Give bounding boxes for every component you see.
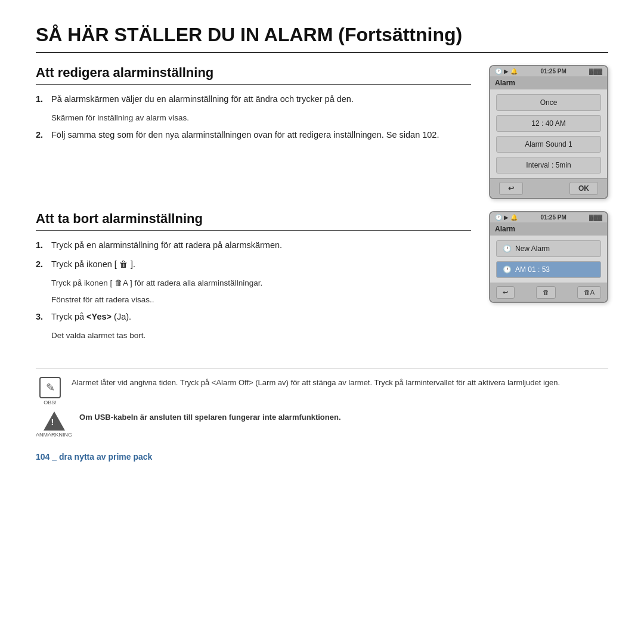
clock-icon2: 🕐: [495, 214, 502, 221]
step1-1: 1. På alarmskärmen väljer du en alarmins…: [36, 93, 471, 106]
section1-title: Att redigera alarminställning: [36, 65, 471, 85]
step2-1-num: 1.: [36, 239, 48, 252]
play-icon2: ▶: [504, 214, 509, 221]
device2-item-new[interactable]: 🕐 New Alarm: [496, 240, 601, 257]
step1-1-subnote: Skärmen för inställning av alarm visas.: [51, 112, 471, 124]
speaker-icon: 🔔: [510, 68, 518, 75]
battery-icon: ▓▓▓: [589, 68, 602, 75]
device1-statusbar: 🕐 ▶ 🔔 01:25 PM ▓▓▓: [490, 66, 607, 76]
clock-icon: 🕐: [495, 68, 502, 75]
device2-body: 🕐 New Alarm 🕐 AM 01 : 53: [490, 236, 607, 283]
device1-footer: ↩ OK: [490, 178, 607, 198]
device1-header: Alarm: [490, 76, 607, 89]
step2-2-subnote1: Tryck på ikonen [ 🗑A ] för att radera al…: [51, 277, 471, 289]
clock-icon-selected: 🕐: [503, 265, 512, 274]
step1-1-text: På alarmskärmen väljer du en alarminstäl…: [51, 93, 471, 106]
device1-row-interval[interactable]: Interval : 5min: [496, 157, 601, 174]
device2-footer: ↩ 🗑 🗑A: [490, 283, 607, 302]
play-icon: ▶: [504, 68, 509, 75]
warning-exclamation: !: [51, 417, 54, 427]
step2-1-text: Tryck på en alarminställning för att rad…: [51, 239, 471, 252]
step1-2-num: 2.: [36, 129, 48, 142]
device2-statusbar: 🕐 ▶ 🔔 01:25 PM ▓▓▓: [490, 212, 607, 222]
device1-back-btn[interactable]: ↩: [499, 182, 523, 195]
note-warning: ! ANMÄRKNING Om USB-kabeln är ansluten t…: [36, 411, 608, 438]
battery-icon2: ▓▓▓: [589, 214, 602, 221]
warning-triangle: !: [44, 411, 65, 431]
section2-title: Att ta bort alarminställning: [36, 211, 471, 231]
speaker-icon2: 🔔: [510, 214, 518, 221]
step2-2-num: 2.: [36, 258, 48, 271]
device2-item-selected-label: AM 01 : 53: [515, 265, 550, 274]
device1-body: Once 12 : 40 AM Alarm Sound 1 Interval :…: [490, 89, 607, 178]
step2-3: 3. Tryck på <Yes> (Ja).: [36, 311, 471, 324]
device2-delete-all-btn[interactable]: 🗑A: [577, 286, 601, 299]
step1-2-text: Följ samma steg som för den nya alarmins…: [51, 129, 471, 142]
section2-text: Att ta bort alarminställning 1. Tryck på…: [36, 211, 489, 346]
step2-3-text: Tryck på <Yes> (Ja).: [51, 311, 471, 324]
step2-3-subnote: Det valda alarmet tas bort.: [51, 330, 471, 342]
note-obs: ✎ OBS! Alarmet låter vid angivna tiden. …: [36, 377, 608, 405]
device1: 🕐 ▶ 🔔 01:25 PM ▓▓▓ Alarm Once 12 : 40 AM…: [489, 65, 608, 199]
step1-2: 2. Följ samma steg som för den nya alarm…: [36, 129, 471, 142]
device2-time: 01:25 PM: [540, 214, 566, 221]
device1-ok-btn[interactable]: OK: [569, 182, 598, 195]
section-delete: Att ta bort alarminställning 1. Tryck på…: [36, 211, 608, 346]
obs-text: Alarmet låter vid angivna tiden. Tryck p…: [72, 377, 560, 389]
page-footer: 104 _ dra nytta av prime pack: [36, 452, 608, 462]
section1-text: Att redigera alarminställning 1. På alar…: [36, 65, 489, 148]
device1-left-icons: 🕐 ▶ 🔔: [495, 68, 518, 75]
device1-row-once[interactable]: Once: [496, 94, 601, 111]
footer-text: _ dra nytta av prime pack: [52, 452, 152, 462]
device2-item-new-label: New Alarm: [515, 244, 550, 253]
device2-item-selected[interactable]: 🕐 AM 01 : 53: [496, 261, 601, 278]
device1-time: 01:25 PM: [540, 68, 566, 75]
device1-row-time[interactable]: 12 : 40 AM: [496, 115, 601, 132]
step1-1-num: 1.: [36, 93, 48, 106]
device2-delete-btn[interactable]: 🗑: [536, 286, 556, 299]
step2-3-num: 3.: [36, 311, 48, 324]
section-edit: Att redigera alarminställning 1. På alar…: [36, 65, 608, 199]
obs-icon: ✎ OBS!: [36, 377, 64, 405]
content-area: Att redigera alarminställning 1. På alar…: [36, 65, 608, 462]
clock-icon-new: 🕐: [503, 244, 512, 253]
device2: 🕐 ▶ 🔔 01:25 PM ▓▓▓ Alarm 🕐 New Alarm 🕐: [489, 211, 608, 303]
device2-back-btn[interactable]: ↩: [496, 286, 515, 299]
obs-icon-box: ✎: [39, 377, 61, 398]
main-title: SÅ HÄR STÄLLER DU IN ALARM (Fortsättning…: [36, 24, 608, 53]
page-num: 104: [36, 452, 49, 462]
step2-1: 1. Tryck på en alarminställning för att …: [36, 239, 471, 252]
step2-2: 2. Tryck på ikonen [ 🗑 ].: [36, 258, 471, 271]
device1-row-sound[interactable]: Alarm Sound 1: [496, 136, 601, 153]
device2-left-icons: 🕐 ▶ 🔔: [495, 214, 518, 221]
warning-text: Om USB-kabeln är ansluten till spelaren …: [79, 411, 340, 423]
page: SÅ HÄR STÄLLER DU IN ALARM (Fortsättning…: [0, 0, 644, 644]
warning-label: ANMÄRKNING: [36, 432, 72, 438]
obs-label: OBS!: [44, 400, 57, 405]
step2-2-text: Tryck på ikonen [ 🗑 ].: [51, 258, 471, 271]
device2-header: Alarm: [490, 222, 607, 236]
step2-2-subnote2: Fönstret för att radera visas..: [51, 294, 471, 306]
warning-icon: ! ANMÄRKNING: [36, 411, 72, 438]
bottom-notes: ✎ OBS! Alarmet låter vid angivna tiden. …: [36, 368, 608, 444]
